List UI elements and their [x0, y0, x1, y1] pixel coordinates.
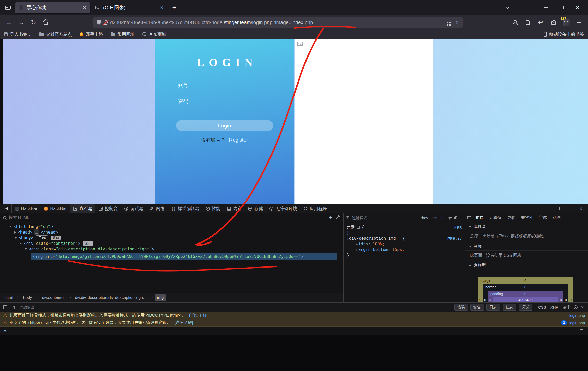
console-settings-gear-icon[interactable] [574, 305, 578, 309]
border-left-value[interactable]: 0 [484, 298, 486, 302]
console-warning-quirks-mode[interactable]: ⚠ 此页面处于怪异模式，排版布局可能会受到影响。若需要标准模式，请使用“<!DO… [0, 312, 588, 319]
reload-button[interactable]: ↻ [28, 17, 39, 28]
url-text[interactable]: d2802bfd-86e4-419b-a5be-f907c6f49106.ctf… [110, 20, 445, 25]
tab1-close-icon[interactable]: × [82, 5, 87, 10]
rule-source-link[interactable]: 内联 [454, 224, 462, 230]
filter-xhr-button[interactable]: XHR [549, 305, 560, 309]
print-media-icon[interactable] [460, 216, 462, 219]
forward-button[interactable]: → [16, 17, 27, 28]
clear-console-icon[interactable] [3, 306, 6, 309]
tree-node-description-div[interactable]: <div class="div-description div-descript… [0, 246, 343, 252]
source-link[interactable]: login.php [569, 321, 585, 325]
breadcrumb-img-selected[interactable]: img [155, 294, 166, 301]
url-bar[interactable]: d2802bfd-86e4-419b-a5be-f907c6f49106.ctf… [93, 17, 463, 28]
scroll-badge[interactable]: 滚动 [83, 241, 93, 246]
tab-layout[interactable]: 布局 [473, 213, 486, 222]
declaration-margin-bottom[interactable]: margin-bottom:15px; [344, 247, 465, 252]
highlight-selector-icon[interactable] [398, 237, 401, 240]
tracking-protection-shield-icon[interactable] [97, 20, 101, 25]
tab2-close-icon[interactable]: × [160, 5, 164, 10]
filter-output-input[interactable] [19, 305, 106, 309]
breadcrumb-html[interactable]: html [3, 294, 15, 301]
extension-addon-button[interactable]: 127 [560, 17, 572, 28]
collapsed-ellipsis[interactable]: … [34, 229, 39, 235]
devtools-tab-performance[interactable]: 性能 [203, 204, 224, 213]
devtools-tab-inspector[interactable]: 查看器 [70, 204, 95, 213]
scroll-badge[interactable]: 滚动 [51, 236, 61, 240]
padding-top-value[interactable]: 0 [524, 292, 526, 296]
padding-right-value[interactable]: 0 [560, 298, 562, 302]
bookmark-jd-mall[interactable]: 京东商城 [142, 31, 166, 37]
margin-top-value[interactable]: 0 [524, 279, 526, 283]
class-toggle[interactable]: .cls [431, 216, 438, 220]
firefox-view-button[interactable] [3, 2, 13, 13]
filter-debug-button[interactable]: 调试 [519, 304, 532, 311]
dock-side-button[interactable] [553, 204, 564, 213]
register-link[interactable]: Register [229, 137, 248, 143]
tab-compatibility[interactable]: 兼容性 [518, 213, 536, 222]
devtools-tab-console[interactable]: 控制台 [95, 204, 121, 213]
filter-errors-button[interactable]: 错误 [454, 304, 468, 311]
tab-changes[interactable]: 更改 [504, 213, 518, 222]
devtools-close-button[interactable]: × [576, 204, 586, 213]
home-button[interactable] [40, 17, 51, 28]
breadcrumb-container[interactable]: div.container [40, 294, 67, 301]
back-button[interactable]: ← [4, 17, 15, 28]
border-right-value[interactable]: 0 [565, 298, 567, 302]
insecure-lock-icon[interactable] [104, 22, 107, 25]
declaration-width[interactable]: width:100%; [344, 241, 465, 247]
console-close-icon[interactable]: × [580, 304, 585, 310]
username-input[interactable] [176, 80, 273, 91]
add-rule-button[interactable]: + [440, 216, 443, 220]
extensions-button[interactable] [548, 17, 559, 28]
devtools-tab-debugger[interactable]: 调试器 [121, 204, 146, 213]
collapse-arrow-icon[interactable] [14, 231, 16, 234]
rule-div-description-img[interactable]: .div-description img{内联:27 [344, 236, 465, 241]
filter-requests-button[interactable]: 请求 [562, 305, 571, 310]
bookmark-common-sites[interactable]: 常用网址 [111, 31, 135, 37]
padding-left-value[interactable]: 0 [489, 298, 491, 302]
expand-arrow-icon[interactable] [24, 248, 27, 250]
content-size-value[interactable]: 400×400 [519, 298, 533, 302]
margin-right-value[interactable]: 0 [570, 298, 572, 302]
dark-scheme-icon[interactable] [454, 216, 457, 219]
expand-arrow-icon[interactable] [9, 226, 12, 227]
border-top-value[interactable]: 0 [524, 285, 526, 289]
devtools-tab-memory[interactable]: 内存 [224, 204, 245, 213]
learn-more-link[interactable]: [详细了解] [174, 320, 193, 326]
devtools-tab-style-editor[interactable]: {}样式编辑器 [168, 204, 203, 213]
filter-info-button[interactable]: 信息 [503, 304, 516, 311]
expand-arrow-icon[interactable] [14, 237, 17, 239]
login-button[interactable]: Login [176, 120, 273, 131]
undo-history-button[interactable]: ↩ [535, 17, 546, 28]
console-warning-insecure-password[interactable]: ⚠ 不安全的（http://）页面中包含密码栏。这可能有安全风险，会导致用户账号… [0, 319, 588, 327]
filter-logs-button[interactable]: 日志 [486, 304, 500, 311]
bookmark-firefox-official[interactable]: 火狐官方站点 [39, 31, 72, 37]
expand-arrow-icon[interactable] [19, 243, 22, 244]
sidebar-toggle-icon[interactable] [467, 216, 471, 219]
devtools-tab-hackbar2[interactable]: HackBar [41, 204, 70, 213]
rule-element[interactable]: 元素{内联 [344, 224, 465, 230]
tab-computed[interactable]: 计算值 [486, 213, 504, 222]
bookmark-getting-started[interactable]: 新手上路 [80, 31, 103, 37]
list-all-tabs-button[interactable] [499, 2, 515, 13]
learn-more-link[interactable]: [详细了解] [189, 313, 208, 318]
light-scheme-icon[interactable] [449, 217, 451, 219]
account-button[interactable] [509, 17, 521, 28]
tree-node-img-selected[interactable]: <img src="data:image/gif;base64,PD9waHAN… [31, 253, 337, 260]
eyedropper-icon[interactable] [336, 216, 339, 219]
tree-node-body[interactable]: <body>flex滚动 [0, 235, 343, 241]
tree-node-head[interactable]: <head>…</head> [0, 229, 343, 235]
new-tab-button[interactable]: + [169, 3, 179, 13]
filter-styles-input[interactable] [352, 216, 418, 220]
app-menu-button[interactable] [573, 17, 584, 28]
filter-css-button[interactable]: CSS [537, 305, 547, 309]
flex-badge[interactable]: flex [36, 235, 48, 240]
margin-left-value[interactable]: 0 [479, 298, 481, 302]
rule-source-link[interactable]: 内联:27 [447, 236, 462, 241]
grid-section-header[interactable]: 网格 [465, 242, 588, 251]
devtools-tab-network[interactable]: 网络 [146, 204, 168, 213]
source-link[interactable]: login.php [569, 313, 585, 318]
console-input-row[interactable]: » [0, 327, 588, 335]
maximize-button[interactable] [554, 2, 570, 13]
